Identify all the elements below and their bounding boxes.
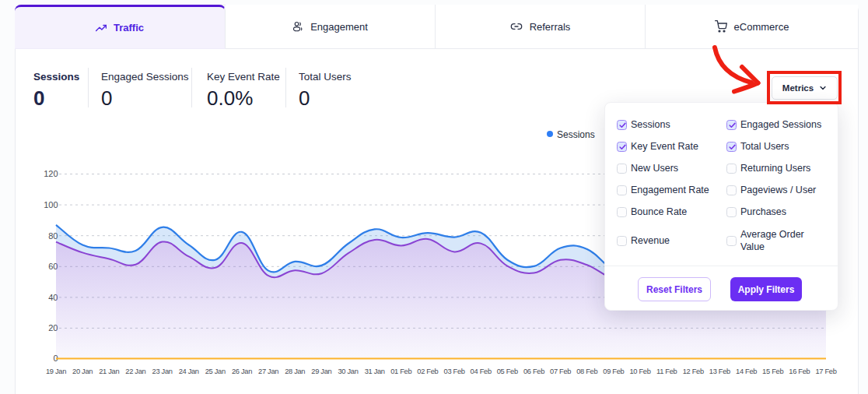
svg-text:21 Jan: 21 Jan xyxy=(99,368,119,375)
svg-text:20 Jan: 20 Jan xyxy=(72,368,93,375)
svg-text:100: 100 xyxy=(44,200,58,209)
svg-text:10 Feb: 10 Feb xyxy=(629,368,650,375)
svg-text:23 Jan: 23 Jan xyxy=(152,368,173,375)
svg-text:01 Feb: 01 Feb xyxy=(390,368,411,375)
svg-text:16 Feb: 16 Feb xyxy=(789,368,810,375)
svg-text:13 Feb: 13 Feb xyxy=(709,368,730,375)
svg-text:14 Feb: 14 Feb xyxy=(736,368,757,375)
svg-text:03 Feb: 03 Feb xyxy=(444,368,465,375)
svg-text:02 Feb: 02 Feb xyxy=(417,368,438,375)
svg-text:30 Jan: 30 Jan xyxy=(338,368,358,375)
svg-text:26 Jan: 26 Jan xyxy=(232,368,252,375)
svg-text:15 Feb: 15 Feb xyxy=(762,368,783,375)
svg-text:25 Jan: 25 Jan xyxy=(205,368,226,375)
svg-text:22 Jan: 22 Jan xyxy=(125,368,145,375)
svg-text:05 Feb: 05 Feb xyxy=(497,368,518,375)
svg-text:29 Jan: 29 Jan xyxy=(311,368,331,375)
svg-text:19 Jan: 19 Jan xyxy=(46,368,66,375)
svg-text:08 Feb: 08 Feb xyxy=(576,368,597,375)
svg-text:Sessions: Sessions xyxy=(557,129,595,140)
svg-text:06 Feb: 06 Feb xyxy=(523,368,544,375)
svg-text:27 Jan: 27 Jan xyxy=(258,368,278,375)
svg-text:12 Feb: 12 Feb xyxy=(683,368,704,375)
svg-text:120: 120 xyxy=(44,169,58,178)
svg-text:07 Feb: 07 Feb xyxy=(550,368,571,375)
svg-text:09 Feb: 09 Feb xyxy=(603,368,624,375)
svg-text:28 Jan: 28 Jan xyxy=(285,368,305,375)
svg-text:31 Jan: 31 Jan xyxy=(365,368,385,375)
svg-text:24 Jan: 24 Jan xyxy=(179,368,199,375)
svg-text:17 Feb: 17 Feb xyxy=(815,368,836,375)
svg-text:11 Feb: 11 Feb xyxy=(656,368,677,375)
svg-text:04 Feb: 04 Feb xyxy=(471,368,492,375)
